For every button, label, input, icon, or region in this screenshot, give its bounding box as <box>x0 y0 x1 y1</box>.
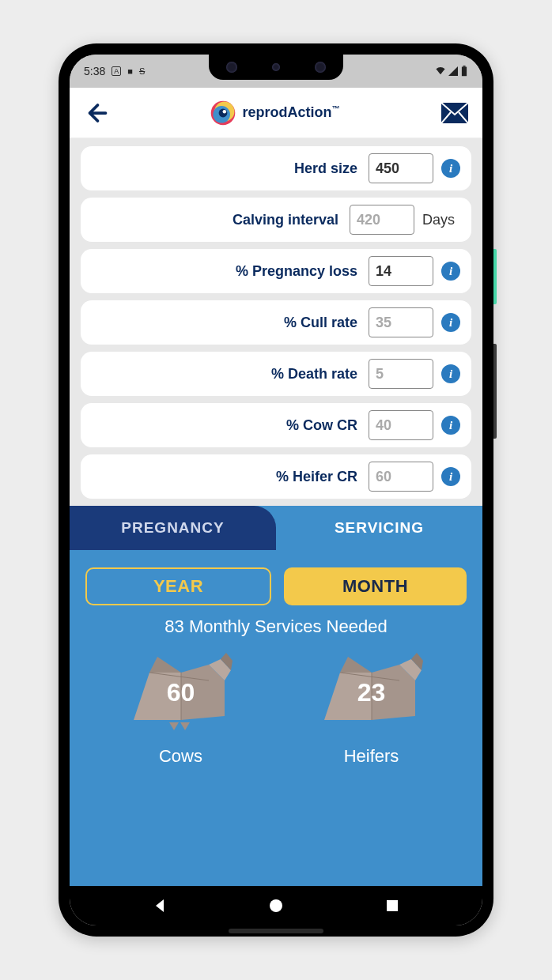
unit-label: Days <box>422 212 460 228</box>
cow-block: 60Cows <box>114 645 248 767</box>
svg-point-6 <box>223 109 227 113</box>
logo-icon <box>209 99 237 127</box>
field-input[interactable] <box>369 307 433 337</box>
mail-button[interactable] <box>441 103 468 123</box>
logo: reprodAction™ <box>209 99 339 127</box>
back-button[interactable] <box>84 101 108 125</box>
svg-marker-15 <box>169 722 179 730</box>
cow-count: 60 <box>114 678 248 707</box>
form-row: % Pregnancy lossi <box>81 249 471 293</box>
svg-marker-18 <box>340 657 372 673</box>
svg-marker-9 <box>149 657 181 673</box>
info-icon[interactable]: i <box>441 313 460 332</box>
nav-back-button[interactable] <box>152 898 168 914</box>
form-row: % Cow CRi <box>81 403 471 447</box>
status-indicator-a: A <box>112 66 121 76</box>
battery-icon <box>460 66 468 77</box>
wifi-icon <box>435 66 446 76</box>
heifer-label: Heifers <box>344 746 399 767</box>
notch <box>209 55 343 80</box>
field-label: % Pregnancy loss <box>81 263 361 280</box>
field-input[interactable] <box>369 359 433 389</box>
form-row: % Death ratei <box>81 352 471 396</box>
field-label: % Cow CR <box>81 417 361 434</box>
tab-servicing[interactable]: SERVICING <box>276 506 482 550</box>
period-year-button[interactable]: YEAR <box>85 567 271 605</box>
status-time: 5:38 <box>84 65 105 77</box>
status-indicator-s: S <box>139 66 145 76</box>
svg-rect-25 <box>387 900 398 911</box>
field-input[interactable] <box>369 410 433 440</box>
android-nav-bar <box>70 886 482 925</box>
results-panel: PREGNANCY SERVICING YEAR MONTH 83 Monthl… <box>70 506 482 886</box>
summary-text: 83 Monthly Services Needed <box>70 616 482 637</box>
field-label: % Cull rate <box>81 315 361 331</box>
form-row: Calving intervalDays <box>81 198 471 242</box>
form-row: Herd sizei <box>81 146 471 190</box>
period-month-button[interactable]: MONTH <box>284 567 467 605</box>
status-right <box>435 66 468 77</box>
power-button[interactable] <box>493 249 497 304</box>
nav-home-button[interactable] <box>268 898 284 914</box>
info-icon[interactable]: i <box>441 364 460 383</box>
app-header: reprodAction™ <box>70 88 482 138</box>
field-input[interactable] <box>369 256 433 286</box>
svg-point-24 <box>270 899 282 912</box>
cow-label: Cows <box>159 746 202 767</box>
field-label: Calving interval <box>81 212 342 228</box>
heifer-count: 23 <box>304 678 439 707</box>
volume-button[interactable] <box>493 344 497 439</box>
field-input[interactable] <box>369 462 433 492</box>
field-input[interactable] <box>369 153 433 183</box>
svg-rect-0 <box>462 67 467 77</box>
form-row: % Cull ratei <box>81 300 471 345</box>
info-icon[interactable]: i <box>441 159 460 178</box>
svg-rect-1 <box>463 66 465 67</box>
phone-frame: 5:38 A ■ S <box>59 43 493 937</box>
period-toggle: YEAR MONTH <box>70 550 482 616</box>
form-area: Herd sizeiCalving intervalDays% Pregnanc… <box>70 138 482 506</box>
speaker-slit <box>229 929 323 933</box>
field-label: % Heifer CR <box>81 469 361 485</box>
info-icon[interactable]: i <box>441 262 460 281</box>
brand-name: reprodAction™ <box>242 104 339 121</box>
status-indicator-card: ■ <box>127 66 133 76</box>
heifer-block: 23Heifers <box>304 645 439 767</box>
animals-row: 60Cows 23Heifers <box>70 645 482 767</box>
field-label: Herd size <box>81 160 361 177</box>
info-icon[interactable]: i <box>441 416 460 435</box>
nav-recents-button[interactable] <box>384 898 400 914</box>
field-input[interactable] <box>350 205 414 235</box>
info-icon[interactable]: i <box>441 467 460 486</box>
svg-marker-16 <box>180 722 190 730</box>
tab-pregnancy[interactable]: PREGNANCY <box>70 506 276 550</box>
form-row: % Heifer CRi <box>81 454 471 499</box>
signal-icon <box>448 66 459 76</box>
tabs-row: PREGNANCY SERVICING <box>70 506 482 550</box>
field-label: % Death rate <box>81 366 361 383</box>
svg-point-5 <box>219 108 228 117</box>
phone-screen: 5:38 A ■ S <box>70 55 482 925</box>
